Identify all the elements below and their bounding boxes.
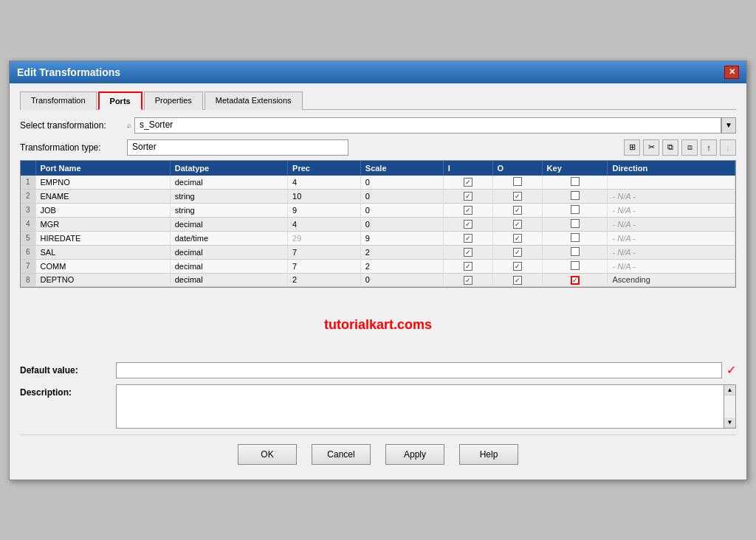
cell-datatype: decimal [170, 217, 287, 231]
table-row[interactable]: 2ENAMEstring100- N/A - [21, 189, 735, 203]
col-datatype: Datatype [170, 161, 287, 176]
apply-button[interactable]: Apply [385, 444, 444, 465]
select-transformation-input[interactable]: s_Sorter [134, 117, 721, 134]
cell-o[interactable] [492, 176, 542, 190]
checkbox-key[interactable] [571, 276, 580, 285]
tab-properties[interactable]: Properties [144, 91, 203, 110]
cell-o[interactable] [492, 245, 542, 259]
help-button[interactable]: Help [459, 444, 518, 465]
checkbox-o[interactable] [513, 192, 522, 201]
tab-transformation[interactable]: Transformation [20, 91, 97, 110]
cell-i[interactable] [443, 189, 492, 203]
cancel-button[interactable]: Cancel [312, 444, 371, 465]
cell-key[interactable] [542, 273, 608, 286]
scroll-up-arrow[interactable]: ▲ [724, 385, 735, 395]
cell-key[interactable] [542, 259, 608, 273]
cell-direction: - N/A - [608, 259, 735, 273]
checkbox-i[interactable] [464, 178, 472, 187]
copy-toolbar-btn[interactable]: ⊞ [624, 139, 640, 156]
checkbox-o[interactable] [513, 234, 522, 243]
cell-i[interactable] [443, 176, 492, 190]
cell-key[interactable] [542, 189, 608, 203]
col-num [21, 161, 35, 176]
cell-key[interactable] [542, 231, 608, 245]
close-button[interactable]: ✕ [724, 66, 739, 79]
cell-i[interactable] [443, 203, 492, 217]
checkbox-key[interactable] [571, 247, 580, 256]
cell-scale: 0 [360, 176, 443, 190]
checkbox-i[interactable] [464, 234, 472, 243]
description-wrapper: ▲ ▼ [116, 384, 736, 429]
cell-i[interactable] [443, 231, 492, 245]
up-icon: ↑ [707, 143, 711, 152]
table-row[interactable]: 7COMMdecimal72- N/A - [21, 259, 735, 273]
table-row[interactable]: 6SALdecimal72- N/A - [21, 245, 735, 259]
cell-datatype: decimal [170, 245, 287, 259]
cell-o[interactable] [492, 217, 542, 231]
table-row[interactable]: 4MGRdecimal40- N/A - [21, 217, 735, 231]
table-row[interactable]: 5HIREDATEdate/time299- N/A - [21, 231, 735, 245]
tab-ports[interactable]: Ports [98, 91, 142, 110]
cell-o[interactable] [492, 259, 542, 273]
paste2-toolbar-btn[interactable]: ⧈ [681, 139, 698, 156]
up-toolbar-btn[interactable]: ↑ [701, 139, 717, 156]
checkbox-key[interactable] [571, 177, 580, 186]
cell-prec: 4 [288, 176, 361, 190]
cell-prec: 29 [288, 231, 361, 245]
cell-o[interactable] [492, 273, 542, 286]
cell-direction: Ascending [608, 273, 735, 286]
checkmark-icon: ✓ [726, 363, 736, 377]
checkbox-o[interactable] [513, 206, 522, 215]
window-title: Edit Transformations [17, 66, 120, 78]
tab-metadata-extensions[interactable]: Metadata Extensions [205, 91, 303, 110]
cell-i[interactable] [443, 217, 492, 231]
checkbox-i[interactable] [464, 262, 472, 271]
down-toolbar-btn[interactable]: ↓ [720, 139, 736, 156]
cell-datatype: string [170, 189, 287, 203]
cell-o[interactable] [492, 231, 542, 245]
ports-grid-scroll[interactable]: Port Name Datatype Prec Scale I O Key Di… [21, 161, 735, 287]
table-row[interactable]: 1EMPNOdecimal40 [21, 176, 735, 190]
paste-toolbar-btn[interactable]: ⧉ [662, 139, 678, 156]
cell-port-name: DEPTNO [35, 273, 170, 286]
cell-key[interactable] [542, 217, 608, 231]
cell-port-name: SAL [35, 245, 170, 259]
cell-direction: - N/A - [608, 245, 735, 259]
footer-buttons: OK Cancel Apply Help [20, 435, 736, 472]
checkbox-o[interactable] [513, 276, 522, 285]
cell-key[interactable] [542, 245, 608, 259]
table-row[interactable]: 3JOBstring90- N/A - [21, 203, 735, 217]
checkbox-o[interactable] [513, 262, 522, 271]
checkbox-o[interactable] [513, 177, 522, 186]
checkbox-o[interactable] [513, 220, 522, 229]
table-row[interactable]: 8DEPTNOdecimal20Ascending [21, 273, 735, 286]
checkbox-i[interactable] [464, 192, 472, 201]
checkbox-i[interactable] [464, 248, 472, 257]
checkbox-o[interactable] [513, 248, 522, 257]
checkbox-i[interactable] [464, 276, 472, 285]
default-value-input[interactable] [116, 362, 722, 378]
cell-i[interactable] [443, 245, 492, 259]
checkbox-key[interactable] [571, 205, 580, 214]
description-input[interactable] [116, 384, 724, 429]
ports-grid: Port Name Datatype Prec Scale I O Key Di… [20, 160, 736, 288]
ok-button[interactable]: OK [238, 444, 297, 465]
cell-o[interactable] [492, 189, 542, 203]
cut-toolbar-btn[interactable]: ✂ [643, 139, 659, 156]
checkbox-i[interactable] [464, 220, 472, 229]
cell-i[interactable] [443, 259, 492, 273]
select-transformation-dropdown[interactable]: ▼ [721, 117, 736, 134]
scroll-down-arrow[interactable]: ▼ [724, 418, 735, 428]
row-num: 1 [21, 176, 35, 190]
bottom-form: Default value: ✓ Description: ▲ ▼ [20, 362, 736, 429]
checkbox-key[interactable] [571, 261, 580, 270]
cell-i[interactable] [443, 273, 492, 286]
cell-port-name: COMM [35, 259, 170, 273]
cell-key[interactable] [542, 176, 608, 190]
checkbox-key[interactable] [571, 233, 580, 242]
cell-o[interactable] [492, 203, 542, 217]
cell-key[interactable] [542, 203, 608, 217]
checkbox-key[interactable] [571, 191, 580, 200]
checkbox-key[interactable] [571, 219, 580, 228]
checkbox-i[interactable] [464, 206, 472, 215]
